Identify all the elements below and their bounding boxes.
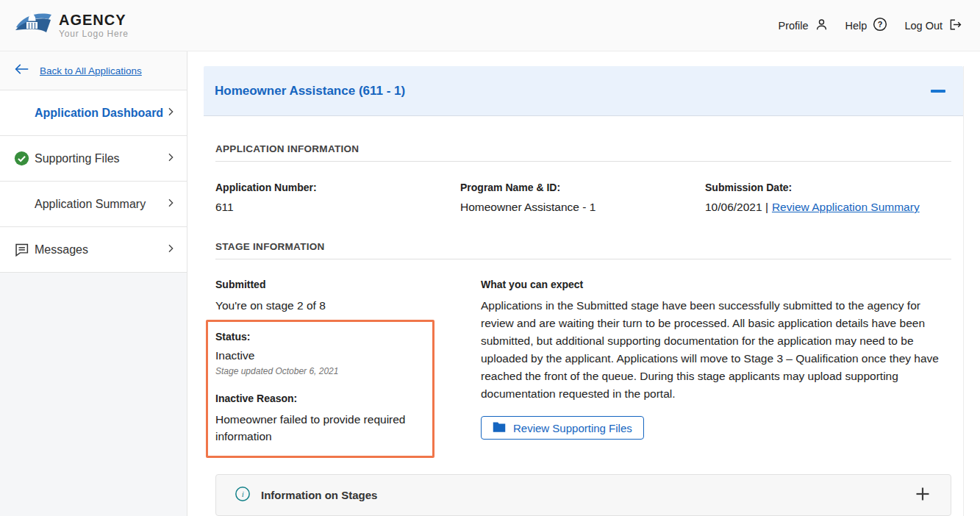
- submission-date-field: Submission Date: 10/06/2021 | Review App…: [705, 182, 951, 214]
- review-supporting-files-button[interactable]: Review Supporting Files: [481, 416, 644, 440]
- chevron-right-icon: [165, 106, 176, 121]
- section-divider: [215, 259, 951, 259]
- check-circle-icon: [14, 151, 35, 166]
- field-value: 611: [215, 201, 460, 214]
- field-label: Program Name & ID:: [460, 182, 705, 193]
- person-icon: [815, 18, 829, 34]
- sidebar-item-label: Application Summary: [35, 198, 165, 211]
- sidebar: Back to All Applications Application Das…: [0, 51, 187, 516]
- sidebar-item-label: Application Dashboard: [35, 107, 165, 120]
- sidebar-item-application-dashboard[interactable]: Application Dashboard: [0, 90, 187, 136]
- profile-label: Profile: [778, 20, 808, 32]
- panel-body: APPLICATION INFORMATION Application Numb…: [204, 143, 963, 516]
- logo-title: AGENCY: [59, 12, 129, 28]
- status-label: Status:: [215, 331, 423, 343]
- stage-grid: Submitted You're on stage 2 of 8 Status:…: [215, 279, 951, 458]
- sidebar-filler: [0, 273, 187, 516]
- top-bar-links: Profile Help ? Log Out: [776, 12, 965, 38]
- field-label: Submission Date:: [705, 182, 951, 193]
- sidebar-item-label: Supporting Files: [35, 152, 165, 165]
- button-label: Review Supporting Files: [513, 422, 632, 434]
- submission-date-value: 10/06/2021 |: [705, 201, 768, 214]
- field-value: Homeowner Assistance - 1: [460, 201, 705, 214]
- section-divider: [215, 161, 951, 162]
- chevron-right-icon: [165, 151, 176, 166]
- capitol-logo-icon: [15, 10, 53, 42]
- application-number-field: Application Number: 611: [215, 182, 460, 214]
- status-value: Inactive: [215, 349, 423, 362]
- accordion-left: i Information on Stages: [235, 486, 377, 505]
- logout-icon: [948, 18, 964, 34]
- field-label: Application Number:: [215, 182, 460, 193]
- svg-text:i: i: [242, 490, 244, 498]
- profile-link[interactable]: Profile: [776, 13, 829, 38]
- information-on-stages-accordion[interactable]: i Information on Stages: [215, 474, 951, 516]
- sidebar-item-messages[interactable]: Messages: [0, 227, 187, 273]
- status-highlight-box: Status: Inactive Stage updated October 6…: [206, 320, 434, 458]
- folder-icon: [493, 421, 506, 434]
- help-link[interactable]: Help ?: [844, 12, 890, 38]
- help-icon: ?: [873, 17, 887, 34]
- program-name-field: Program Name & ID: Homeowner Assistance …: [460, 182, 705, 214]
- sidebar-item-application-summary[interactable]: Application Summary: [0, 182, 187, 227]
- svg-text:?: ?: [878, 20, 883, 29]
- review-application-summary-link[interactable]: Review Application Summary: [772, 201, 920, 214]
- application-information-heading: APPLICATION INFORMATION: [215, 143, 951, 154]
- collapse-minus-icon[interactable]: [931, 90, 945, 93]
- back-arrow-icon: [14, 63, 29, 78]
- help-label: Help: [845, 20, 868, 32]
- message-icon: [14, 242, 35, 257]
- inactive-reason-text: Homeowner failed to provide required inf…: [215, 411, 423, 445]
- back-to-applications-link[interactable]: Back to All Applications: [0, 51, 187, 90]
- application-panel: Homeowner Assistance (611 - 1) APPLICATI…: [204, 66, 964, 516]
- stage-updated-note: Stage updated October 6, 2021: [215, 366, 423, 376]
- stage-status-column: Submitted You're on stage 2 of 8 Status:…: [215, 279, 481, 458]
- chevron-right-icon: [165, 197, 176, 212]
- inactive-reason-label: Inactive Reason:: [215, 393, 423, 404]
- panel-header: Homeowner Assistance (611 - 1): [204, 66, 963, 116]
- panel-title: Homeowner Assistance (611 - 1): [215, 84, 405, 98]
- expect-heading: What you can expect: [481, 279, 948, 290]
- back-link-label: Back to All Applications: [40, 65, 142, 76]
- application-info-grid: Application Number: 611 Program Name & I…: [215, 182, 951, 214]
- page-layout: Back to All Applications Application Das…: [0, 51, 980, 516]
- accordion-label: Information on Stages: [261, 489, 377, 501]
- logout-label: Log Out: [904, 20, 943, 32]
- sidebar-item-supporting-files[interactable]: Supporting Files: [0, 136, 187, 182]
- top-bar: AGENCY Your Logo Here Profile Help ?: [0, 0, 980, 51]
- logo-subtitle: Your Logo Here: [59, 29, 129, 39]
- stage-expect-column: What you can expect Applications in the …: [481, 279, 951, 458]
- stage-progress: You're on stage 2 of 8: [215, 299, 481, 312]
- main-content: Homeowner Assistance (611 - 1) APPLICATI…: [187, 51, 980, 516]
- stage-name: Submitted: [215, 279, 481, 290]
- sidebar-item-label: Messages: [35, 243, 165, 257]
- info-icon: i: [235, 486, 251, 505]
- logout-link[interactable]: Log Out: [903, 13, 965, 38]
- expect-paragraph: Applications in the Submitted stage have…: [481, 297, 948, 403]
- chevron-right-icon: [165, 243, 176, 257]
- plus-expand-icon[interactable]: [914, 485, 931, 506]
- agency-logo: AGENCY Your Logo Here: [15, 10, 129, 42]
- stage-information-heading: STAGE INFORMATION: [215, 241, 951, 252]
